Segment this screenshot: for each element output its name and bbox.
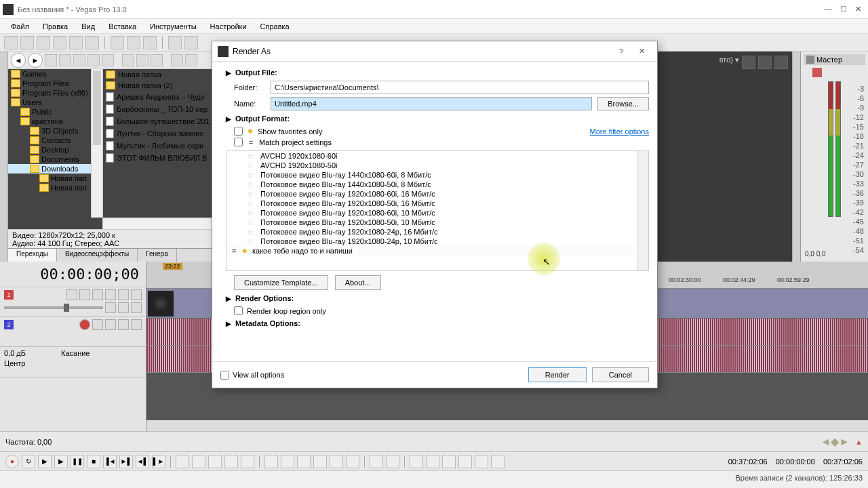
window-close[interactable]: ✕ — [855, 5, 861, 14]
paste-button[interactable] — [143, 36, 157, 49]
video-track-header[interactable]: 1 — [0, 287, 146, 317]
scrollbar-vertical[interactable] — [91, 69, 102, 218]
file-item[interactable]: Новая папка (2) — [103, 80, 220, 91]
track-button[interactable] — [118, 302, 129, 313]
file-item[interactable]: ЭТОТ ФИЛЬМ ВЛЮБИЛ В — [103, 152, 220, 164]
automation-mode[interactable]: Касание — [61, 349, 90, 357]
format-item[interactable]: ☆Потоковое видео Blu-ray 1920x1080-60i, … — [226, 189, 648, 199]
tool-button[interactable] — [224, 455, 238, 468]
star-icon[interactable]: ☆ — [247, 237, 254, 246]
track-arm-button[interactable] — [79, 319, 90, 330]
folder-input[interactable]: C:\Users\кристина\Documents\ — [271, 81, 649, 94]
file-item[interactable]: Мультик - Любимые сери — [103, 140, 220, 152]
dialog-close-button[interactable]: ✕ — [631, 47, 652, 56]
star-icon[interactable]: ☆ — [247, 180, 254, 189]
dialog-titlebar[interactable]: Render As ? ✕ — [212, 41, 657, 62]
explorer-tab[interactable]: Переходы — [8, 249, 57, 262]
menu-item[interactable]: Файл — [5, 20, 35, 33]
toolbar-button[interactable] — [85, 36, 99, 49]
menu-item[interactable]: Справка — [255, 20, 295, 33]
tree-item[interactable]: Contacts — [8, 136, 102, 145]
file-item[interactable]: Лунтик - Сборник зимних — [103, 127, 220, 140]
time-start[interactable]: 00:37:02:06 — [728, 458, 768, 466]
menu-item[interactable]: Инструменты — [144, 20, 202, 33]
save-button[interactable] — [37, 36, 50, 49]
rate-marker[interactable]: ▲ — [855, 438, 863, 446]
explorer-button[interactable] — [185, 54, 197, 66]
nav-back-button[interactable]: ◄ — [11, 53, 26, 68]
marker-button[interactable] — [386, 455, 399, 468]
tool-button[interactable] — [458, 455, 472, 468]
cancel-button[interactable]: Cancel — [592, 367, 649, 382]
track-button[interactable] — [92, 319, 103, 330]
tree-item[interactable]: Desktop — [8, 145, 102, 155]
render-loop-checkbox[interactable] — [234, 306, 243, 315]
prev-frame-button[interactable]: ◄▌ — [136, 455, 149, 468]
track-solo-button[interactable] — [131, 319, 142, 330]
tree-item[interactable]: Новая пап — [8, 174, 102, 183]
tool-button[interactable] — [475, 455, 488, 468]
new-project-button[interactable] — [4, 36, 18, 49]
master-button[interactable] — [812, 68, 822, 77]
tool-button[interactable] — [264, 455, 278, 468]
tree-item[interactable]: Users — [8, 98, 102, 107]
track-button[interactable] — [105, 319, 116, 330]
tool-button[interactable] — [208, 455, 222, 468]
track-button[interactable] — [105, 302, 116, 313]
format-item[interactable]: ☆AVCHD 1920x1080-50i — [226, 161, 648, 170]
cut-button[interactable] — [111, 36, 124, 49]
tool-button[interactable] — [426, 455, 439, 468]
play-button[interactable] — [122, 54, 134, 66]
track-mute-button[interactable] — [118, 319, 129, 330]
track-button[interactable] — [92, 289, 103, 300]
go-start-button[interactable]: ▐◄ — [103, 455, 117, 468]
render-options-section[interactable]: ▶ Render Options: — [226, 294, 649, 302]
track-button[interactable] — [131, 302, 142, 313]
format-item[interactable]: ☆Потоковое видео Blu-ray 1920x1080-24p, … — [226, 237, 648, 246]
track-button[interactable] — [66, 289, 77, 300]
file-item[interactable]: Большое путешествие 201 — [103, 115, 220, 127]
file-item[interactable]: Барбоскины _ ТОП-10 сер — [103, 103, 220, 115]
view-all-checkbox[interactable] — [220, 371, 229, 380]
toolbar-button[interactable] — [53, 36, 66, 49]
loop-button[interactable]: ↻ — [22, 455, 35, 468]
track-solo-button[interactable] — [131, 289, 142, 300]
format-item[interactable]: ☆Потоковое видео Blu-ray 1920x1080-50i, … — [226, 218, 648, 227]
tree-item[interactable]: 3D Objects — [8, 126, 102, 136]
output-file-section[interactable]: ▶ Output File: — [226, 68, 649, 77]
star-icon[interactable]: ☆ — [247, 190, 254, 199]
tree-item[interactable]: Public — [8, 107, 102, 117]
right-dock-strip[interactable] — [792, 52, 800, 262]
tool-button[interactable] — [297, 455, 311, 468]
tree-item[interactable]: Games — [8, 69, 102, 79]
time-end[interactable]: 00:37:02:06 — [823, 458, 863, 466]
dialog-help-button[interactable]: ? — [611, 47, 631, 56]
star-icon[interactable]: ☆ — [247, 171, 254, 180]
star-icon[interactable]: ☆ — [247, 161, 254, 170]
master-button[interactable] — [824, 68, 833, 77]
track-level-slider[interactable] — [4, 306, 103, 309]
scrollbar-horizontal[interactable] — [103, 218, 220, 229]
undo-button[interactable] — [168, 36, 182, 49]
preview-button[interactable] — [758, 56, 772, 69]
tool-button[interactable] — [410, 455, 423, 468]
tool-button[interactable] — [313, 455, 327, 468]
filename-input[interactable]: Untitled.mp4 — [271, 97, 592, 110]
timeline-scrollbar[interactable] — [146, 420, 868, 431]
star-icon[interactable]: ☆ — [247, 218, 254, 227]
format-item[interactable]: ☆Потоковое видео Blu-ray 1440x1080-50i, … — [226, 180, 648, 189]
file-item[interactable]: Аришка Андреева – Чудо — [103, 91, 220, 103]
format-list[interactable]: ☆AVCHD 1920x1080-60i☆AVCHD 1920x1080-50i… — [226, 150, 649, 271]
copy-button[interactable] — [127, 36, 140, 49]
menu-item[interactable]: Вид — [76, 20, 100, 33]
go-end-button[interactable]: ►▌ — [119, 455, 133, 468]
preview-button[interactable] — [774, 56, 788, 69]
marker[interactable]: 23:22 — [163, 263, 182, 270]
track-button[interactable] — [105, 289, 116, 300]
star-icon[interactable]: ☆ — [247, 209, 254, 218]
explorer-tab[interactable]: Видеоспецэффекты — [57, 249, 138, 262]
explorer-button[interactable] — [45, 54, 57, 66]
next-frame-button[interactable]: ▌► — [152, 455, 165, 468]
browse-button[interactable]: Browse... — [597, 97, 649, 110]
scrollbar-vertical[interactable] — [637, 151, 648, 270]
